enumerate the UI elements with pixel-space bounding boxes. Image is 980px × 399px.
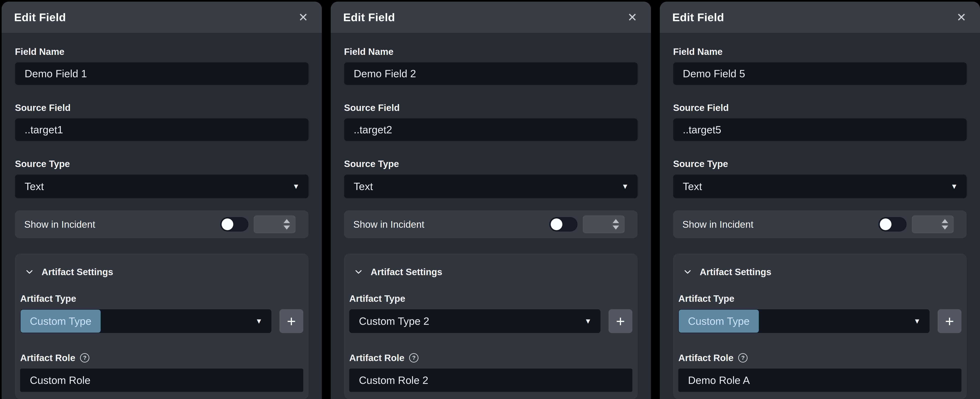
source-type-select[interactable]: Text ▼	[344, 174, 638, 198]
plus-icon: +	[945, 313, 954, 330]
artifact-role-label: Artifact Role	[20, 353, 75, 363]
show-in-incident-row: Show in Incident	[673, 211, 967, 238]
artifact-type-label: Artifact Type	[678, 293, 961, 304]
artifact-type-row: Custom Type 2 ▼ +	[349, 309, 632, 333]
source-type-label: Source Type	[344, 158, 638, 169]
dialog-body: Field Name Demo Field 1 Source Field ..t…	[2, 33, 322, 399]
artifact-type-select[interactable]: Custom Type 2 ▼	[349, 309, 600, 333]
help-icon[interactable]: ?	[409, 353, 418, 362]
field-name-label: Field Name	[344, 46, 638, 57]
artifact-settings-toggle[interactable]: Artifact Settings	[349, 267, 632, 278]
edit-field-dialog-3: Edit Field ✕ Field Name Demo Field 5 Sou…	[660, 2, 980, 399]
field-name-value: Demo Field 5	[683, 67, 745, 80]
source-type-select[interactable]: Text ▼	[15, 174, 309, 198]
add-artifact-type-button[interactable]: +	[938, 309, 961, 333]
artifact-role-value: Custom Role 2	[359, 374, 428, 386]
chevron-down-icon: ▼	[255, 317, 262, 326]
artifact-settings-title: Artifact Settings	[41, 267, 113, 278]
close-icon[interactable]: ✕	[956, 11, 966, 23]
chevron-down-icon	[683, 268, 692, 276]
stepper-arrows	[283, 219, 290, 230]
show-in-incident-toggle[interactable]	[220, 217, 248, 231]
toggle-knob-icon	[551, 219, 562, 230]
field-name-value: Demo Field 1	[25, 67, 87, 80]
chevron-down-icon: ▼	[913, 317, 921, 326]
dialog-title: Edit Field	[343, 11, 395, 24]
plus-icon: +	[616, 313, 625, 330]
artifact-type-value: Custom Type 2	[349, 315, 429, 327]
artifact-role-label-row: Artifact Role ?	[678, 353, 961, 363]
field-name-input[interactable]: Demo Field 5	[673, 62, 967, 85]
artifact-role-value: Custom Role	[30, 374, 91, 386]
stepper-up-icon[interactable]	[612, 219, 619, 223]
incident-order-stepper[interactable]	[583, 215, 625, 233]
artifact-settings-section: Artifact Settings Artifact Type Custom T…	[15, 254, 309, 399]
incident-order-stepper[interactable]	[254, 215, 296, 233]
artifact-type-row: Custom Type ▼ +	[20, 309, 303, 333]
artifact-role-label-row: Artifact Role ?	[349, 353, 632, 363]
artifact-type-select[interactable]: Custom Type ▼	[20, 309, 271, 333]
artifact-role-input[interactable]: Custom Role	[20, 369, 303, 392]
source-type-label: Source Type	[673, 158, 967, 169]
source-field-value: ..target1	[25, 124, 63, 136]
source-field-value: ..target5	[683, 124, 721, 136]
stepper-down-icon[interactable]	[612, 225, 619, 230]
artifact-settings-toggle[interactable]: Artifact Settings	[678, 267, 961, 278]
source-field-input[interactable]: ..target2	[344, 118, 638, 141]
show-in-incident-toggle[interactable]	[878, 217, 907, 231]
close-icon[interactable]: ✕	[627, 11, 637, 23]
toggle-knob-icon	[880, 219, 891, 230]
dialog-title: Edit Field	[14, 11, 66, 24]
field-name-input[interactable]: Demo Field 2	[344, 62, 638, 85]
add-artifact-type-button[interactable]: +	[609, 309, 632, 333]
dialog-title: Edit Field	[672, 11, 724, 24]
add-artifact-type-button[interactable]: +	[280, 309, 303, 333]
dialog-body: Field Name Demo Field 5 Source Field ..t…	[660, 33, 980, 399]
artifact-settings-toggle[interactable]: Artifact Settings	[20, 267, 303, 278]
stepper-up-icon[interactable]	[283, 219, 290, 223]
dialog-header: Edit Field ✕	[660, 2, 980, 33]
chevron-down-icon: ▼	[622, 182, 629, 191]
artifact-type-label: Artifact Type	[349, 293, 632, 304]
artifact-settings-section: Artifact Settings Artifact Type Custom T…	[344, 254, 638, 399]
edit-field-dialog-2: Edit Field ✕ Field Name Demo Field 2 Sou…	[331, 2, 651, 399]
artifact-type-label: Artifact Type	[20, 293, 303, 304]
artifact-role-value: Demo Role A	[688, 374, 750, 386]
chevron-down-icon: ▼	[584, 317, 592, 326]
source-field-label: Source Field	[344, 102, 638, 113]
stepper-up-icon[interactable]	[942, 219, 948, 223]
source-type-label: Source Type	[15, 158, 309, 169]
artifact-type-value: Custom Type	[679, 310, 759, 333]
artifact-role-label: Artifact Role	[349, 353, 404, 363]
stepper-arrows	[612, 219, 619, 230]
show-in-incident-label: Show in Incident	[353, 219, 424, 230]
chevron-down-icon: ▼	[293, 182, 300, 191]
show-in-incident-row: Show in Incident	[344, 211, 638, 238]
toggle-knob-icon	[222, 219, 233, 230]
incident-order-stepper[interactable]	[912, 215, 954, 233]
dialogs-stage: Edit Field ✕ Field Name Demo Field 1 Sou…	[0, 0, 980, 399]
source-field-input[interactable]: ..target5	[673, 118, 967, 141]
source-field-value: ..target2	[354, 124, 392, 136]
stepper-down-icon[interactable]	[942, 225, 948, 230]
show-in-incident-label: Show in Incident	[24, 219, 95, 230]
show-in-incident-label: Show in Incident	[682, 219, 753, 230]
field-name-input[interactable]: Demo Field 1	[15, 62, 309, 85]
show-in-incident-toggle[interactable]	[549, 217, 578, 231]
source-type-value: Text	[25, 180, 44, 192]
artifact-role-input[interactable]: Custom Role 2	[349, 369, 632, 392]
stepper-down-icon[interactable]	[283, 225, 290, 230]
artifact-role-label: Artifact Role	[678, 353, 733, 363]
close-icon[interactable]: ✕	[298, 11, 308, 23]
artifact-role-input[interactable]: Demo Role A	[678, 369, 961, 392]
source-type-select[interactable]: Text ▼	[673, 174, 967, 198]
edit-field-dialog-1: Edit Field ✕ Field Name Demo Field 1 Sou…	[2, 2, 322, 399]
dialog-header: Edit Field ✕	[331, 2, 651, 33]
source-field-input[interactable]: ..target1	[15, 118, 309, 141]
chevron-down-icon	[25, 268, 34, 276]
artifact-type-select[interactable]: Custom Type ▼	[678, 309, 929, 333]
help-icon[interactable]: ?	[80, 353, 89, 362]
help-icon[interactable]: ?	[738, 353, 748, 362]
source-type-value: Text	[354, 180, 373, 192]
stepper-arrows	[942, 219, 948, 230]
